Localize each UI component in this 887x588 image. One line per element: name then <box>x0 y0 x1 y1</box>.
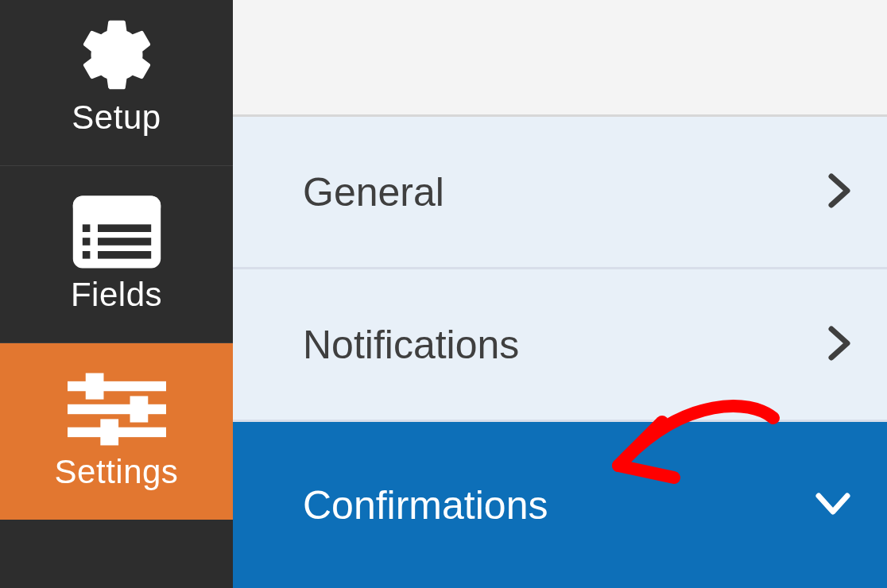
sidebar: Setup Fields <box>0 0 233 588</box>
panel-row-label: General <box>303 169 444 215</box>
svg-rect-13 <box>100 419 118 445</box>
sidebar-item-settings[interactable]: Settings <box>0 343 233 520</box>
panel-row-label: Notifications <box>303 322 519 368</box>
sidebar-item-label: Setup <box>72 99 161 137</box>
sidebar-item-fields[interactable]: Fields <box>0 166 233 343</box>
svg-rect-3 <box>98 224 151 232</box>
svg-rect-8 <box>68 381 166 391</box>
settings-row-notifications[interactable]: Notifications <box>233 269 887 422</box>
svg-rect-11 <box>130 396 148 422</box>
panel-row-label: Confirmations <box>303 482 548 528</box>
panel-header-spacer <box>233 0 887 117</box>
list-box-icon <box>70 188 164 276</box>
settings-panel: General Notifications Confirmations <box>233 0 887 588</box>
svg-rect-7 <box>98 251 151 259</box>
svg-rect-1 <box>72 195 160 216</box>
sliders-icon <box>68 366 166 453</box>
settings-row-general[interactable]: General <box>233 117 887 269</box>
gear-icon <box>76 11 158 99</box>
svg-rect-2 <box>82 224 90 232</box>
svg-rect-10 <box>68 404 166 414</box>
svg-rect-9 <box>85 373 103 400</box>
sidebar-item-label: Fields <box>71 276 162 314</box>
sidebar-item-setup[interactable]: Setup <box>0 0 233 166</box>
chevron-down-icon <box>815 493 850 518</box>
svg-rect-4 <box>82 238 90 246</box>
svg-rect-6 <box>82 251 90 259</box>
chevron-right-icon <box>828 326 850 364</box>
svg-rect-5 <box>98 238 151 246</box>
chevron-right-icon <box>828 173 850 211</box>
settings-row-confirmations[interactable]: Confirmations <box>233 422 887 588</box>
sidebar-item-label: Settings <box>55 453 179 491</box>
app-root: Setup Fields <box>0 0 887 588</box>
